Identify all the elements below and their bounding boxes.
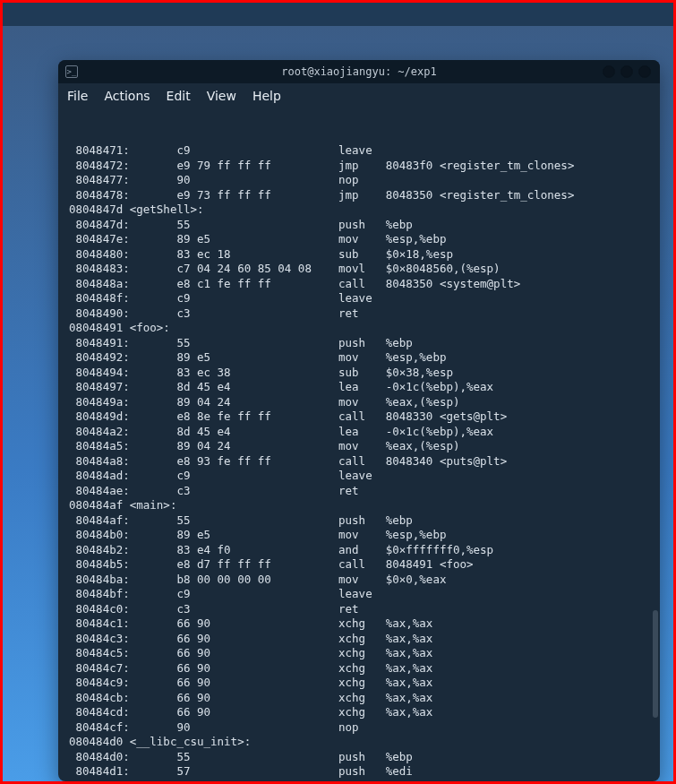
disasm-line: 80484ae: c3 ret bbox=[69, 484, 649, 499]
disasm-line: 804848f: c9 leave bbox=[69, 291, 649, 306]
disasm-line: 80484c9: 66 90 xchg %ax,%ax bbox=[69, 676, 649, 691]
disasm-line: 08048491 <foo>: bbox=[69, 321, 649, 336]
disasm-line: 080484af <main>: bbox=[69, 498, 649, 513]
disasm-line: 8048478: e9 73 ff ff ff jmp 8048350 <reg… bbox=[69, 188, 649, 203]
disasm-line: 80484b2: 83 e4 f0 and $0×fffffff0,%esp bbox=[69, 543, 649, 558]
disasm-line: 0804847d <getShell>: bbox=[69, 202, 649, 218]
disasm-line: 80484d1: 57 push %edi bbox=[69, 764, 649, 780]
menu-edit[interactable]: Edit bbox=[167, 89, 191, 103]
disasm-line: 8048492: 89 e5 mov %esp,%ebp bbox=[69, 350, 649, 366]
desktop-topbar bbox=[3, 3, 673, 26]
disasm-line: 80484af: 55 push %ebp bbox=[69, 513, 649, 529]
disasm-line: 80484ad: c9 leave bbox=[69, 469, 649, 484]
disasm-line: 8048491: 55 push %ebp bbox=[69, 336, 649, 351]
window-controls bbox=[603, 65, 651, 78]
disasm-line: 80484c1: 66 90 xchg %ax,%ax bbox=[69, 616, 649, 632]
close-button[interactable] bbox=[638, 65, 651, 78]
maximize-button[interactable] bbox=[620, 65, 633, 78]
disasm-line: 80484c5: 66 90 xchg %ax,%ax bbox=[69, 646, 649, 661]
titlebar[interactable]: >_ root@xiaojiangyu: ~/exp1 bbox=[58, 60, 660, 83]
menubar: File Actions Edit View Help bbox=[58, 83, 660, 108]
disasm-line: 80484cb: 66 90 xchg %ax,%ax bbox=[69, 691, 649, 706]
disasm-line: 8048494: 83 ec 38 sub $0×38,%esp bbox=[69, 366, 649, 381]
disasm-line: 80484d0: 55 push %ebp bbox=[69, 750, 649, 765]
window-title: root@xiaojiangyu: ~/exp1 bbox=[58, 65, 660, 78]
disasm-line: 80484a5: 89 04 24 mov %eax,(%esp) bbox=[69, 439, 649, 454]
disasm-line: 804847e: 89 e5 mov %esp,%ebp bbox=[69, 232, 649, 247]
menu-help[interactable]: Help bbox=[252, 89, 281, 103]
disasm-line: 8048477: 90 nop bbox=[69, 173, 649, 188]
disasm-line: 8048480: 83 ec 18 sub $0×18,%esp bbox=[69, 247, 649, 263]
disasm-line: 80484ba: b8 00 00 00 00 mov $0×0,%eax bbox=[69, 573, 649, 588]
disasm-line: 8048490: c3 ret bbox=[69, 306, 649, 322]
terminal-icon: >_ bbox=[65, 65, 78, 78]
disasm-line: 80484c0: c3 ret bbox=[69, 602, 649, 617]
disasm-line: 80484c3: 66 90 xchg %ax,%ax bbox=[69, 632, 649, 647]
menu-file[interactable]: File bbox=[67, 89, 88, 103]
disasm-line: 080484d0 <__libc_csu_init>: bbox=[69, 735, 649, 750]
disasm-line: 80484a2: 8d 45 e4 lea -0×1c(%ebp),%eax bbox=[69, 425, 649, 440]
terminal-output[interactable]: 8048471: c9 leave 8048472: e9 79 ff ff f… bbox=[58, 108, 660, 781]
disasm-line: 80484b0: 89 e5 mov %esp,%ebp bbox=[69, 528, 649, 543]
minimize-button[interactable] bbox=[603, 65, 615, 78]
scrollbar-thumb[interactable] bbox=[653, 610, 658, 718]
disasm-line: 80484cf: 90 nop bbox=[69, 720, 649, 736]
menu-view[interactable]: View bbox=[207, 89, 236, 103]
disasm-line: 80484bf: c9 leave bbox=[69, 587, 649, 602]
disasm-line: 8048472: e9 79 ff ff ff jmp 80483f0 <reg… bbox=[69, 159, 649, 174]
terminal-window: >_ root@xiaojiangyu: ~/exp1 File Actions… bbox=[58, 60, 660, 781]
disasm-line: 80484c7: 66 90 xchg %ax,%ax bbox=[69, 661, 649, 676]
disasm-line: 804847d: 55 push %ebp bbox=[69, 218, 649, 233]
disasm-line: 80484a8: e8 93 fe ff ff call 8048340 <pu… bbox=[69, 454, 649, 470]
disasm-line: 8048497: 8d 45 e4 lea -0×1c(%ebp),%eax bbox=[69, 380, 649, 395]
disasm-line: 80484b5: e8 d7 ff ff ff call 8048491 <fo… bbox=[69, 557, 649, 573]
menu-actions[interactable]: Actions bbox=[104, 89, 150, 103]
disasm-line: 8048471: c9 leave bbox=[69, 143, 649, 159]
disasm-line: 804848a: e8 c1 fe ff ff call 8048350 <sy… bbox=[69, 277, 649, 292]
disasm-line: 804849d: e8 8e fe ff ff call 8048330 <ge… bbox=[69, 409, 649, 425]
disasm-line: 804849a: 89 04 24 mov %eax,(%esp) bbox=[69, 395, 649, 410]
disasm-line: 80484cd: 66 90 xchg %ax,%ax bbox=[69, 705, 649, 720]
disasm-line: 8048483: c7 04 24 60 85 04 08 movl $0×80… bbox=[69, 262, 649, 277]
